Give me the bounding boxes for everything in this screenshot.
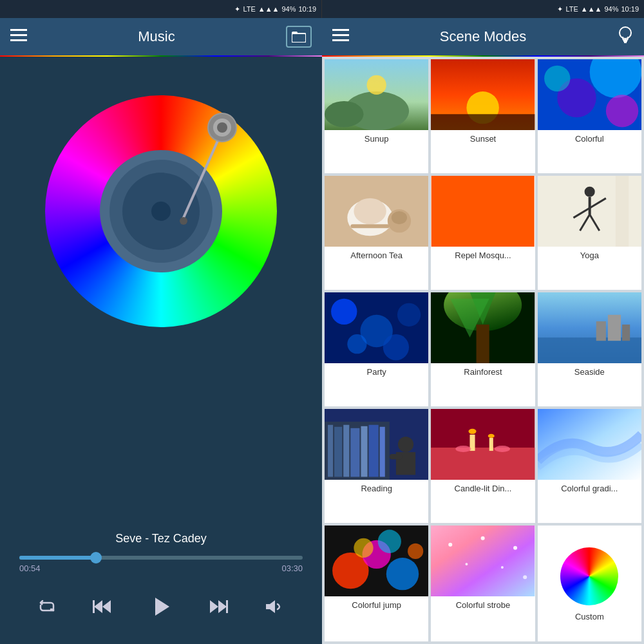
svg-point-42 <box>354 198 386 224</box>
total-time: 03:30 <box>281 564 303 573</box>
scene-image-repel-mosqu <box>431 176 535 247</box>
scene-grid: Sunup <box>322 57 644 644</box>
svg-marker-21 <box>266 600 275 613</box>
lte-label-right: LTE <box>565 5 578 13</box>
svg-rect-43 <box>350 224 389 228</box>
svg-rect-80 <box>390 454 402 459</box>
svg-rect-48 <box>616 176 629 247</box>
scene-menu-icon[interactable] <box>332 29 349 45</box>
svg-point-56 <box>331 299 357 325</box>
svg-point-45 <box>392 211 407 224</box>
scene-item-colorful[interactable]: Colorful <box>538 59 641 173</box>
scene-item-custom[interactable]: Custom <box>538 526 641 641</box>
color-wheel-container[interactable] <box>26 76 296 346</box>
scene-item-sunup[interactable]: Sunup <box>325 59 428 173</box>
progress-bar[interactable] <box>19 556 303 560</box>
status-bar-left: ✦ LTE ▲▲▲ 94% 10:19 <box>0 0 322 18</box>
music-header: Music <box>0 18 322 57</box>
svg-rect-23 <box>332 34 349 36</box>
menu-icon[interactable] <box>10 29 27 45</box>
svg-rect-97 <box>431 526 535 596</box>
signal-left: ▲▲▲ <box>258 5 279 13</box>
svg-rect-65 <box>538 337 641 363</box>
svg-rect-20 <box>226 600 228 613</box>
svg-rect-46 <box>431 176 535 247</box>
scene-panel: Scene Modes <box>322 18 644 644</box>
rewind-button[interactable] <box>93 598 112 616</box>
scene-image-rainforest <box>431 292 535 363</box>
scene-item-reading[interactable]: Reading <box>325 409 428 523</box>
scene-image-seaside <box>538 292 641 363</box>
play-button[interactable] <box>149 595 172 618</box>
color-wheel[interactable] <box>45 95 277 327</box>
bulb-icon[interactable] <box>617 25 634 48</box>
scene-item-party[interactable]: Party <box>325 292 428 406</box>
svg-rect-68 <box>622 325 630 341</box>
svg-marker-19 <box>218 600 227 613</box>
scene-label-colorful-gradi: Colorful gradi... <box>558 480 620 497</box>
custom-wheel <box>560 547 618 605</box>
scene-image-sunup <box>325 59 428 130</box>
svg-rect-3 <box>292 33 306 43</box>
status-bar-right: ✦ LTE ▲▲▲ 94% 10:19 <box>322 0 644 18</box>
scene-label-rainforest: Rainforest <box>461 363 504 381</box>
svg-rect-71 <box>328 425 333 477</box>
svg-rect-72 <box>334 427 342 477</box>
scene-image-party <box>325 292 428 363</box>
current-time: 00:54 <box>19 564 41 573</box>
scene-image-sunset <box>431 59 535 130</box>
repeat-button[interactable] <box>38 598 56 616</box>
scene-label-reading: Reading <box>358 480 394 497</box>
svg-marker-17 <box>155 598 169 616</box>
bluetooth-icon-right: ✦ <box>557 5 563 14</box>
scene-image-colorful <box>538 59 641 130</box>
fastforward-button[interactable] <box>209 598 228 616</box>
svg-point-58 <box>397 303 421 327</box>
scene-item-yoga[interactable]: Yoga <box>538 176 641 290</box>
scene-label-sunset: Sunset <box>468 130 498 147</box>
scene-label-repel-mosqu: Repel Mosqu... <box>452 247 513 264</box>
svg-rect-77 <box>380 427 385 477</box>
time-labels: 00:54 03:30 <box>19 564 303 573</box>
svg-rect-67 <box>608 315 621 341</box>
svg-marker-18 <box>210 600 218 613</box>
scene-item-colorful-jump[interactable]: Colorful jump <box>325 526 428 641</box>
folder-button[interactable] <box>286 26 312 48</box>
scene-image-colorful-gradi <box>538 409 641 480</box>
music-panel: Music <box>0 18 322 644</box>
svg-rect-1 <box>10 34 27 36</box>
scene-label-sunup: Sunup <box>362 130 392 147</box>
scene-label-afternoon-tea: Afternoon Tea <box>348 247 405 264</box>
scene-image-afternoon-tea <box>325 176 428 247</box>
svg-point-88 <box>495 446 510 452</box>
svg-rect-82 <box>431 448 535 480</box>
svg-point-25 <box>620 27 631 39</box>
scene-label-party: Party <box>364 363 388 381</box>
svg-marker-14 <box>102 600 111 613</box>
scene-item-rainforest[interactable]: Rainforest <box>431 292 535 406</box>
main-content: Music <box>0 18 644 644</box>
scene-item-candle-lit-din[interactable]: Candle-lit Din... <box>431 409 535 523</box>
scene-item-sunset[interactable]: Sunset <box>431 59 535 173</box>
svg-rect-2 <box>10 39 27 41</box>
scene-image-reading <box>325 409 428 480</box>
scene-label-yoga: Yoga <box>578 247 601 264</box>
svg-rect-74 <box>350 428 359 477</box>
svg-point-8 <box>151 202 171 221</box>
scene-image-colorful-jump <box>325 526 428 596</box>
scene-image-colorful-strobe <box>431 526 535 596</box>
scene-item-afternoon-tea[interactable]: Afternoon Tea <box>325 176 428 290</box>
progress-fill <box>19 556 96 560</box>
scene-image-candle-lit-din <box>431 409 535 480</box>
svg-rect-24 <box>332 39 349 41</box>
scene-item-repel-mosqu[interactable]: Repel Mosqu... <box>431 176 535 290</box>
svg-point-31 <box>367 75 386 95</box>
progress-thumb[interactable] <box>90 552 102 564</box>
svg-point-99 <box>481 536 485 540</box>
scene-item-colorful-strobe[interactable]: Colorful strobe <box>431 526 535 641</box>
volume-button[interactable] <box>265 598 284 616</box>
svg-point-86 <box>488 434 495 438</box>
lte-label-left: LTE <box>243 5 255 13</box>
scene-item-colorful-gradi[interactable]: Colorful gradi... <box>538 409 641 523</box>
scene-item-seaside[interactable]: Seaside <box>538 292 641 406</box>
